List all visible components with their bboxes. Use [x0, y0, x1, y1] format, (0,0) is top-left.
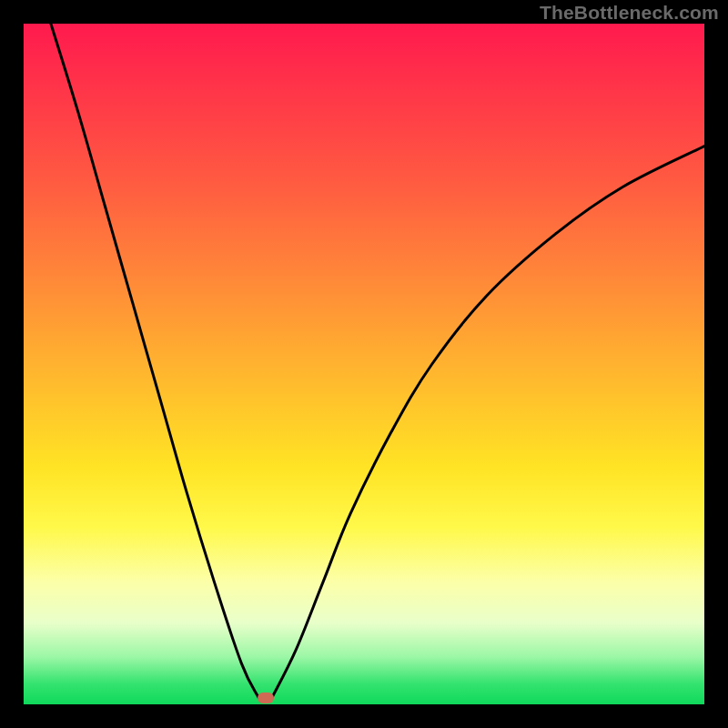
curve-left-branch — [51, 24, 258, 698]
chart-plot-area — [24, 24, 704, 704]
curve-right-branch — [272, 147, 704, 698]
attribution-text: TheBottleneck.com — [540, 2, 719, 24]
bottleneck-marker — [258, 693, 274, 703]
bottleneck-curve — [24, 24, 704, 704]
